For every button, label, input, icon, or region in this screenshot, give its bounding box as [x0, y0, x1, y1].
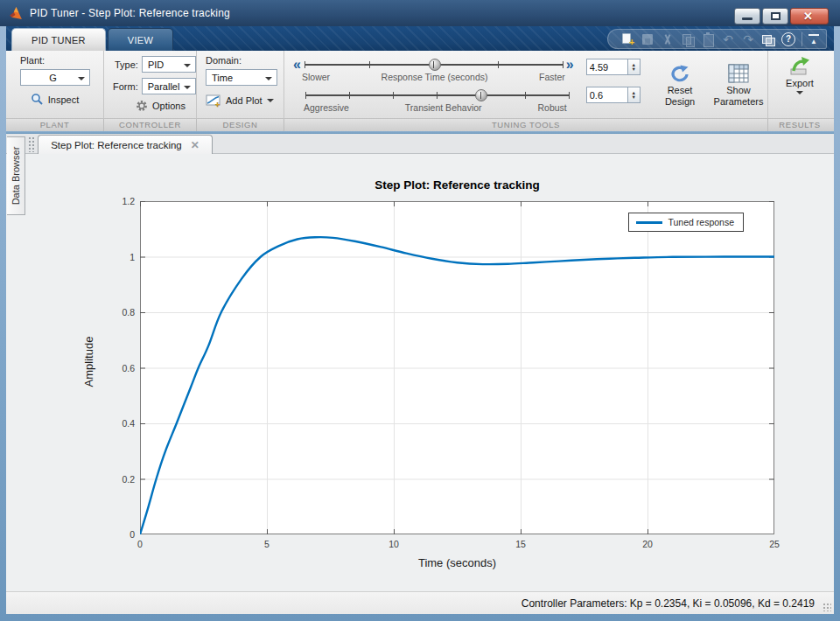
- paste-icon: [701, 32, 715, 46]
- export-caret-icon: [796, 91, 803, 98]
- legend-entry-label: Tuned response: [668, 217, 735, 227]
- tab-view[interactable]: VIEW: [108, 28, 173, 51]
- controller-parameters-text: Controller Parameters: Kp = 0.2354, Ki =…: [522, 597, 815, 610]
- transient-behavior-input[interactable]: [586, 87, 627, 103]
- x-tick-label: 5: [249, 539, 284, 549]
- add-plot-button[interactable]: + Add Plot: [206, 94, 284, 108]
- x-axis-label: Time (seconds): [140, 556, 774, 569]
- close-icon: ✕: [803, 10, 813, 23]
- minimize-button[interactable]: [734, 8, 760, 24]
- data-browser-tab[interactable]: Data Browser: [7, 136, 25, 215]
- slider-label-faster: Faster: [539, 72, 565, 82]
- close-button[interactable]: ✕: [790, 8, 829, 24]
- tab-close-icon[interactable]: ✕: [191, 139, 200, 151]
- collapse-ribbon-icon[interactable]: ▲: [808, 34, 819, 45]
- document-tab-step-plot[interactable]: Step Plot: Reference tracking ✕: [38, 135, 213, 154]
- chart-title: Step Plot: Reference tracking: [140, 178, 774, 192]
- x-tick-label: 25: [757, 539, 792, 549]
- response-time-input[interactable]: [586, 59, 627, 75]
- section-label-tuning-tools: TUNING TOOLS: [284, 119, 768, 131]
- title-bar: PID Tuner - Step Plot: Reference trackin…: [0, 0, 840, 26]
- form-label: Form:: [113, 81, 138, 92]
- y-tick-label: 1.2: [105, 196, 135, 206]
- svg-text:+: +: [215, 101, 220, 108]
- help-icon[interactable]: ?: [781, 32, 795, 46]
- section-label-controller: CONTROLLER: [104, 119, 197, 131]
- section-controller: Type: PID Form: Parallel Options: [104, 51, 197, 118]
- slider-label-robust: Robust: [537, 102, 566, 113]
- slider-tick: [393, 92, 394, 99]
- x-tick-label: 0: [122, 539, 158, 549]
- form-dropdown[interactable]: Parallel: [142, 78, 197, 94]
- y-axis-label: Amplitude: [82, 337, 95, 387]
- spinner-arrows-icon[interactable]: ▲▼: [627, 87, 640, 103]
- matlab-logo-icon: [9, 6, 24, 21]
- table-icon: [727, 62, 750, 85]
- response-time-spinner: ▲▼: [586, 59, 650, 75]
- quick-access-toolbar: +↶↷?▲: [607, 29, 827, 49]
- inspect-button[interactable]: Inspect: [31, 93, 79, 106]
- drag-handle-icon[interactable]: [28, 136, 34, 152]
- y-tick-label: 0.2: [105, 474, 135, 485]
- copy-icon: [681, 32, 695, 46]
- plot-axes[interactable]: Tuned response: [140, 201, 774, 534]
- qat-separator: [802, 32, 802, 46]
- response-time-slider-thumb[interactable]: [429, 59, 441, 71]
- restore-button[interactable]: [762, 8, 788, 24]
- tab-pid-tuner[interactable]: PID TUNER: [11, 28, 106, 51]
- slider-tick: [304, 61, 305, 68]
- new-script-icon[interactable]: +: [620, 32, 634, 46]
- slider-tick: [498, 61, 499, 68]
- transient-behavior-slider[interactable]: [305, 88, 569, 102]
- plant-dropdown[interactable]: G: [20, 69, 90, 86]
- domain-dropdown[interactable]: Time: [206, 69, 277, 86]
- data-browser-label: Data Browser: [10, 147, 21, 206]
- y-tick-label: 0.6: [105, 363, 135, 373]
- document-tab-bar: Step Plot: Reference tracking ✕: [6, 134, 834, 154]
- gear-icon: [136, 100, 148, 112]
- add-plot-caret-icon: [267, 99, 274, 106]
- section-plant: Plant: G Inspect: [6, 51, 104, 118]
- window-controls: ✕: [734, 8, 829, 24]
- x-tick-label: 10: [376, 539, 411, 549]
- y-tick-label: 1: [105, 252, 135, 262]
- slider-tick: [525, 92, 526, 99]
- plant-label: Plant:: [20, 55, 45, 66]
- tuned-response-curve[interactable]: [140, 237, 774, 534]
- section-results: Export: [768, 51, 831, 118]
- save-icon: [640, 32, 654, 46]
- slider-label-slower: Slower: [302, 72, 330, 82]
- step-response-plot[interactable]: [140, 201, 774, 534]
- section-label-design: DESIGN: [197, 119, 284, 131]
- tuning-sliders: « » Slower Response Time (seconds) Faste…: [290, 58, 578, 118]
- resize-grip[interactable]: [822, 603, 831, 611]
- type-label: Type:: [113, 59, 138, 70]
- response-time-slider[interactable]: [304, 58, 563, 72]
- legend[interactable]: Tuned response: [628, 213, 745, 232]
- undo-icon: ↶: [721, 32, 735, 46]
- reset-icon: [668, 62, 691, 85]
- x-tick-label: 15: [503, 539, 538, 549]
- slider-tick: [569, 92, 570, 99]
- window-title: PID Tuner - Step Plot: Reference trackin…: [30, 7, 230, 19]
- slider-label-transient-behavior: Transient Behavior: [405, 102, 482, 113]
- slower-chevron-icon[interactable]: «: [290, 59, 304, 71]
- slider-tick: [369, 61, 370, 68]
- y-tick-label: 0.4: [105, 418, 135, 429]
- show-parameters-button[interactable]: Show Parameters: [710, 58, 767, 118]
- minimize-icon: [742, 17, 752, 20]
- window-layout-icon[interactable]: [761, 32, 775, 46]
- pid-tuner-window: { "window": { "title": "PID Tuner - Step…: [0, 0, 840, 621]
- spinner-arrows-icon[interactable]: ▲▼: [627, 59, 640, 75]
- faster-chevron-icon[interactable]: »: [563, 59, 578, 71]
- export-button[interactable]: Export: [768, 51, 831, 98]
- document-tab-label: Step Plot: Reference tracking: [51, 140, 182, 150]
- legend-line-swatch: [636, 221, 662, 224]
- options-button[interactable]: Options: [136, 100, 196, 112]
- y-tick-label: 0: [105, 529, 135, 540]
- type-dropdown[interactable]: PID: [142, 56, 196, 73]
- reset-design-button[interactable]: Reset Design: [657, 58, 703, 118]
- slider-tick: [433, 61, 434, 68]
- section-label-bar: PLANT CONTROLLER DESIGN TUNING TOOLS RES…: [6, 118, 834, 131]
- figure-canvas: Step Plot: Reference tracking Amplitude …: [6, 154, 834, 591]
